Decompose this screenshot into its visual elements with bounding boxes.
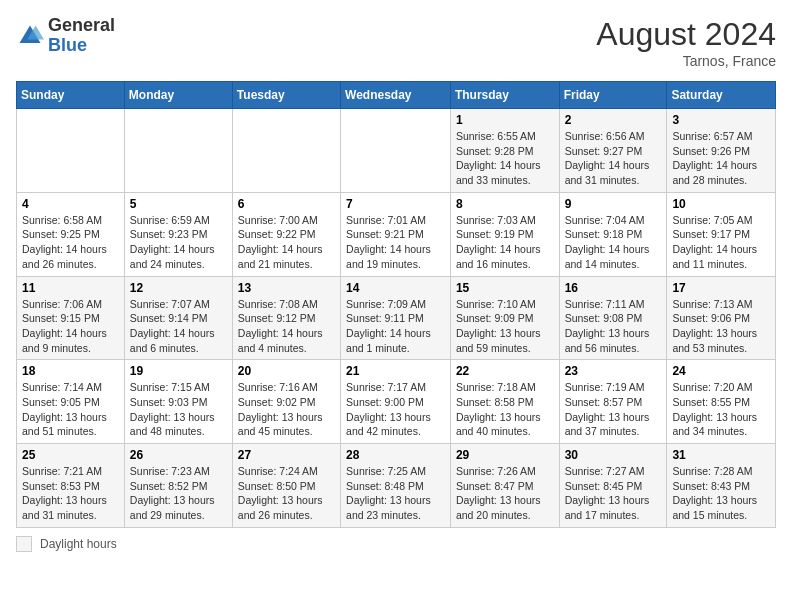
calendar-day-header: Thursday [450,82,559,109]
day-number: 27 [238,448,335,462]
calendar-week-row: 18Sunrise: 7:14 AM Sunset: 9:05 PM Dayli… [17,360,776,444]
calendar-week-row: 25Sunrise: 7:21 AM Sunset: 8:53 PM Dayli… [17,444,776,528]
calendar-cell: 30Sunrise: 7:27 AM Sunset: 8:45 PM Dayli… [559,444,667,528]
day-number: 17 [672,281,770,295]
day-info: Sunrise: 7:06 AM Sunset: 9:15 PM Dayligh… [22,297,119,356]
day-number: 8 [456,197,554,211]
day-info: Sunrise: 7:07 AM Sunset: 9:14 PM Dayligh… [130,297,227,356]
day-info: Sunrise: 7:16 AM Sunset: 9:02 PM Dayligh… [238,380,335,439]
calendar-cell: 12Sunrise: 7:07 AM Sunset: 9:14 PM Dayli… [124,276,232,360]
day-number: 31 [672,448,770,462]
logo-text: General Blue [48,16,115,56]
day-number: 13 [238,281,335,295]
day-number: 21 [346,364,445,378]
legend-box [16,536,32,552]
day-number: 7 [346,197,445,211]
calendar-cell: 20Sunrise: 7:16 AM Sunset: 9:02 PM Dayli… [232,360,340,444]
day-info: Sunrise: 7:15 AM Sunset: 9:03 PM Dayligh… [130,380,227,439]
calendar-cell: 5Sunrise: 6:59 AM Sunset: 9:23 PM Daylig… [124,192,232,276]
day-info: Sunrise: 7:11 AM Sunset: 9:08 PM Dayligh… [565,297,662,356]
day-info: Sunrise: 7:28 AM Sunset: 8:43 PM Dayligh… [672,464,770,523]
calendar-cell: 10Sunrise: 7:05 AM Sunset: 9:17 PM Dayli… [667,192,776,276]
day-info: Sunrise: 7:00 AM Sunset: 9:22 PM Dayligh… [238,213,335,272]
day-number: 30 [565,448,662,462]
calendar-cell [17,109,125,193]
calendar-cell: 27Sunrise: 7:24 AM Sunset: 8:50 PM Dayli… [232,444,340,528]
calendar-day-header: Wednesday [341,82,451,109]
day-info: Sunrise: 7:05 AM Sunset: 9:17 PM Dayligh… [672,213,770,272]
calendar-day-header: Friday [559,82,667,109]
page-header: General Blue August 2024 Tarnos, France [16,16,776,69]
day-number: 5 [130,197,227,211]
day-number: 16 [565,281,662,295]
calendar-day-header: Tuesday [232,82,340,109]
day-number: 9 [565,197,662,211]
day-number: 23 [565,364,662,378]
calendar-cell: 26Sunrise: 7:23 AM Sunset: 8:52 PM Dayli… [124,444,232,528]
legend-label: Daylight hours [40,537,117,551]
day-info: Sunrise: 7:20 AM Sunset: 8:55 PM Dayligh… [672,380,770,439]
day-info: Sunrise: 7:27 AM Sunset: 8:45 PM Dayligh… [565,464,662,523]
calendar-cell: 8Sunrise: 7:03 AM Sunset: 9:19 PM Daylig… [450,192,559,276]
day-number: 28 [346,448,445,462]
calendar-cell: 22Sunrise: 7:18 AM Sunset: 8:58 PM Dayli… [450,360,559,444]
calendar-cell: 18Sunrise: 7:14 AM Sunset: 9:05 PM Dayli… [17,360,125,444]
day-number: 14 [346,281,445,295]
day-info: Sunrise: 7:19 AM Sunset: 8:57 PM Dayligh… [565,380,662,439]
day-number: 10 [672,197,770,211]
title-block: August 2024 Tarnos, France [596,16,776,69]
calendar-week-row: 4Sunrise: 6:58 AM Sunset: 9:25 PM Daylig… [17,192,776,276]
day-info: Sunrise: 6:55 AM Sunset: 9:28 PM Dayligh… [456,129,554,188]
calendar-cell [341,109,451,193]
day-info: Sunrise: 7:03 AM Sunset: 9:19 PM Dayligh… [456,213,554,272]
calendar-cell: 19Sunrise: 7:15 AM Sunset: 9:03 PM Dayli… [124,360,232,444]
day-number: 20 [238,364,335,378]
calendar-table: SundayMondayTuesdayWednesdayThursdayFrid… [16,81,776,528]
day-number: 12 [130,281,227,295]
calendar-day-header: Sunday [17,82,125,109]
day-info: Sunrise: 6:56 AM Sunset: 9:27 PM Dayligh… [565,129,662,188]
day-info: Sunrise: 7:09 AM Sunset: 9:11 PM Dayligh… [346,297,445,356]
day-info: Sunrise: 7:23 AM Sunset: 8:52 PM Dayligh… [130,464,227,523]
calendar-day-header: Monday [124,82,232,109]
calendar-cell [124,109,232,193]
logo: General Blue [16,16,115,56]
day-info: Sunrise: 7:18 AM Sunset: 8:58 PM Dayligh… [456,380,554,439]
day-info: Sunrise: 7:13 AM Sunset: 9:06 PM Dayligh… [672,297,770,356]
day-number: 6 [238,197,335,211]
legend: Daylight hours [16,536,776,552]
day-number: 26 [130,448,227,462]
day-number: 24 [672,364,770,378]
calendar-cell: 11Sunrise: 7:06 AM Sunset: 9:15 PM Dayli… [17,276,125,360]
day-number: 19 [130,364,227,378]
calendar-cell: 16Sunrise: 7:11 AM Sunset: 9:08 PM Dayli… [559,276,667,360]
day-info: Sunrise: 6:57 AM Sunset: 9:26 PM Dayligh… [672,129,770,188]
day-info: Sunrise: 6:58 AM Sunset: 9:25 PM Dayligh… [22,213,119,272]
logo-icon [16,22,44,50]
logo-general: General [48,15,115,35]
day-info: Sunrise: 6:59 AM Sunset: 9:23 PM Dayligh… [130,213,227,272]
calendar-cell: 24Sunrise: 7:20 AM Sunset: 8:55 PM Dayli… [667,360,776,444]
calendar-cell: 28Sunrise: 7:25 AM Sunset: 8:48 PM Dayli… [341,444,451,528]
day-info: Sunrise: 7:21 AM Sunset: 8:53 PM Dayligh… [22,464,119,523]
day-info: Sunrise: 7:25 AM Sunset: 8:48 PM Dayligh… [346,464,445,523]
day-info: Sunrise: 7:08 AM Sunset: 9:12 PM Dayligh… [238,297,335,356]
calendar-day-header: Saturday [667,82,776,109]
calendar-cell: 7Sunrise: 7:01 AM Sunset: 9:21 PM Daylig… [341,192,451,276]
day-info: Sunrise: 7:10 AM Sunset: 9:09 PM Dayligh… [456,297,554,356]
day-number: 11 [22,281,119,295]
calendar-cell [232,109,340,193]
day-info: Sunrise: 7:14 AM Sunset: 9:05 PM Dayligh… [22,380,119,439]
day-info: Sunrise: 7:04 AM Sunset: 9:18 PM Dayligh… [565,213,662,272]
calendar-cell: 25Sunrise: 7:21 AM Sunset: 8:53 PM Dayli… [17,444,125,528]
calendar-header-row: SundayMondayTuesdayWednesdayThursdayFrid… [17,82,776,109]
day-info: Sunrise: 7:01 AM Sunset: 9:21 PM Dayligh… [346,213,445,272]
calendar-cell: 15Sunrise: 7:10 AM Sunset: 9:09 PM Dayli… [450,276,559,360]
month-year: August 2024 [596,16,776,53]
calendar-cell: 6Sunrise: 7:00 AM Sunset: 9:22 PM Daylig… [232,192,340,276]
day-number: 15 [456,281,554,295]
day-number: 3 [672,113,770,127]
calendar-cell: 17Sunrise: 7:13 AM Sunset: 9:06 PM Dayli… [667,276,776,360]
day-number: 2 [565,113,662,127]
calendar-week-row: 1Sunrise: 6:55 AM Sunset: 9:28 PM Daylig… [17,109,776,193]
